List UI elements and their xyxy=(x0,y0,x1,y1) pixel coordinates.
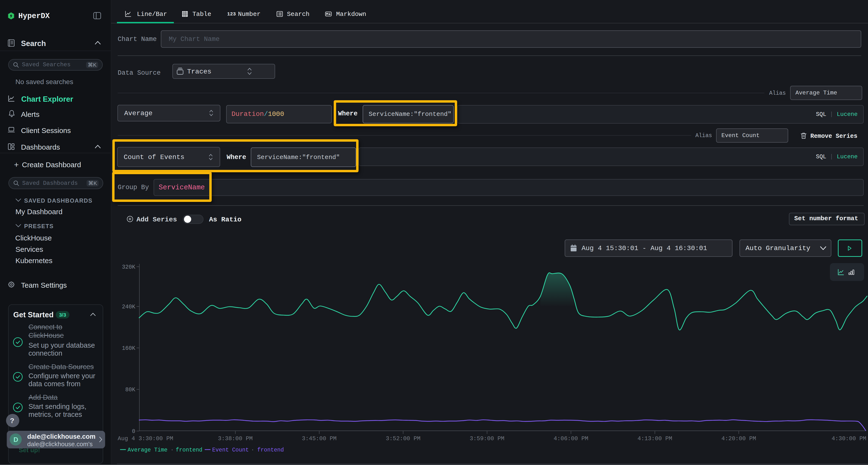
svg-text:frontend: frontend xyxy=(257,447,284,453)
svg-text:320K: 320K xyxy=(122,264,135,270)
svg-text:80K: 80K xyxy=(125,387,135,393)
svg-text:frontend: frontend xyxy=(176,447,202,453)
svg-text:4:20:00 PM: 4:20:00 PM xyxy=(721,435,756,442)
svg-text:3:52:00 PM: 3:52:00 PM xyxy=(386,435,421,442)
svg-text:Event Count: Event Count xyxy=(212,447,249,453)
svg-text:4:06:00 PM: 4:06:00 PM xyxy=(554,435,588,442)
svg-text:3:38:00 PM: 3:38:00 PM xyxy=(218,435,253,442)
svg-text:4:13:00 PM: 4:13:00 PM xyxy=(638,435,672,442)
svg-text:·: · xyxy=(251,447,254,453)
svg-text:3:59:00 PM: 3:59:00 PM xyxy=(470,435,504,442)
svg-text:3:45:00 PM: 3:45:00 PM xyxy=(302,435,337,442)
svg-text:Aug 4 3:30:00 PM: Aug 4 3:30:00 PM xyxy=(118,435,173,442)
svg-text:·: · xyxy=(170,447,174,453)
svg-text:4:30:00 PM: 4:30:00 PM xyxy=(832,435,866,442)
svg-text:160K: 160K xyxy=(122,345,135,352)
svg-text:Average Time: Average Time xyxy=(128,447,167,453)
svg-text:240K: 240K xyxy=(122,304,135,310)
svg-text:0: 0 xyxy=(132,428,135,435)
